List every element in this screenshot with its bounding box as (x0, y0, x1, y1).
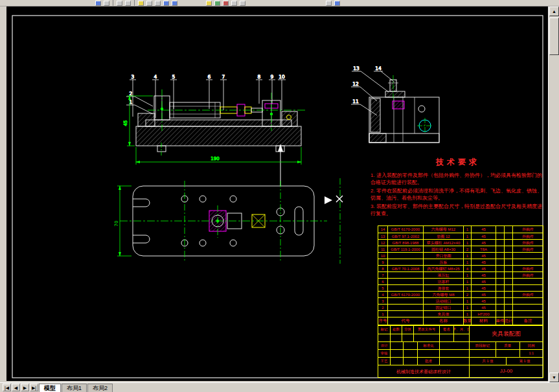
bom-cell-name: 开口垫圈 (423, 253, 463, 259)
help-icon[interactable] (334, 1, 340, 6)
open-icon[interactable] (104, 1, 109, 6)
tech-requirements-title: 技术要求 (371, 157, 545, 168)
title-block-row: 共 1 张 第 1 张 (470, 357, 543, 365)
bom-cell-no: 13 (378, 233, 387, 239)
tb-process-label: 工艺 (378, 358, 390, 365)
bom-header-total-weight: 总计 (504, 317, 512, 325)
tab-layout2[interactable]: 布局2 (87, 384, 113, 392)
tb-std-label: 标准化 (417, 342, 439, 349)
bom-cell-no: 6 (378, 279, 387, 284)
zoom-previous-icon[interactable] (214, 1, 220, 6)
cut-icon[interactable] (138, 1, 144, 6)
bom-cell-no: 12 (378, 240, 387, 246)
tb-empty-cell (439, 342, 469, 349)
bom-cell-code: GB/T 6170-2000 (387, 292, 423, 297)
scroll-down-icon[interactable]: ▼ (549, 373, 559, 382)
bom-cell-name: 六角螺母 M12 (423, 226, 463, 233)
bom-cell-note (512, 305, 543, 310)
status-bar: |◀ ◀ ▶ ▶| 模型 布局1 布局2 (0, 382, 559, 392)
tb-count-label: 处数 (390, 326, 402, 334)
bom-table: 14 GB/T 6170-2000 六角螺母 M12 1 45 外购件 13 G… (378, 225, 543, 325)
bom-row: 13 GB/T 97.1-2002 垫圈 12 1 45 外购件 (378, 233, 543, 239)
bom-cell-code (387, 253, 423, 259)
bom-cell-qty: 1 (463, 240, 471, 246)
linetype-icon[interactable] (326, 1, 332, 6)
title-block: 标记 处数 分区 更改文件号 签名 年、月、日 设计 (378, 325, 543, 378)
bom-row: 2 固定钳口 1 45 (378, 304, 543, 310)
bom-cell-code (387, 272, 423, 278)
dim-plan-height: 70 (114, 221, 119, 227)
scroll-up-icon[interactable]: ▲ (549, 6, 559, 16)
tb-sheets: 共 1 张 (470, 358, 506, 365)
bom-cell-code (387, 298, 423, 304)
tb-empty-cell (470, 350, 496, 357)
undo-icon[interactable] (163, 1, 169, 6)
bom-cell-total-weight (504, 279, 512, 284)
tb-empty-cell (403, 358, 417, 365)
bom-cell-unit-weight (496, 292, 504, 297)
title-block-row: 标记 处数 分区 更改文件号 签名 年、月、日 (378, 326, 469, 334)
bom-cell-code: GB/T 70.1-2008 (387, 266, 423, 271)
bom-cell-code: GB/T 898-1988 (387, 240, 423, 246)
bom-cell-unit-weight (496, 266, 504, 271)
bom-cell-name: 夹具体 (423, 311, 463, 317)
bom-cell-note: 外购件 (512, 226, 543, 233)
tab-first-icon[interactable]: |◀ (3, 384, 11, 391)
bom-row: 7 液压缸 1 45 外购件 (378, 271, 543, 278)
layer-icon[interactable] (231, 1, 237, 6)
bom-header-code: 代号 (387, 317, 423, 325)
balloon-13: 13 (353, 65, 359, 71)
bom-row: 5 连接套 1 45 (378, 284, 543, 291)
bom-cell-material: 45 (471, 253, 496, 259)
copy-icon[interactable] (146, 1, 152, 6)
bom-cell-code (387, 305, 423, 310)
bom-cell-note (512, 311, 543, 317)
vertical-scrollbar[interactable]: ▲ ▼ (548, 6, 559, 382)
bom-cell-name: 液压缸 (423, 272, 463, 278)
tab-layout1[interactable]: 布局1 (62, 384, 87, 392)
balloon-4: 4 (154, 74, 157, 80)
new-icon[interactable] (95, 1, 101, 6)
bom-cell-material: 45 (471, 279, 496, 284)
title-block-left: 标记 处数 分区 更改文件号 签名 年、月、日 设计 (378, 326, 469, 377)
balloon-10: 10 (279, 74, 285, 80)
bom-row: 8 GB/T 70.1-2008 内六角螺钉 M8×25 4 45 外购件 (378, 265, 543, 271)
bom-cell-note: 外购件 (512, 292, 543, 297)
drawing-canvas[interactable]: 3 4 5 6 7 8 9 10 2 1 (6, 6, 548, 381)
balloon-3: 3 (131, 74, 135, 80)
bom-cell-total-weight (504, 305, 512, 310)
dim-front-width: 190 (211, 156, 219, 161)
bom-cell-note: 外购件 (512, 266, 543, 271)
bom-cell-total-weight (504, 266, 512, 271)
title-block-row: 审核 (378, 349, 469, 357)
scrollbar-thumb[interactable] (549, 17, 559, 55)
paste-icon[interactable] (155, 1, 161, 6)
bom-cell-material: 45 (471, 305, 496, 310)
tb-drawing-code: JJ-00 (470, 365, 543, 377)
tb-scale-label: 比例 (519, 342, 543, 349)
bom-cell-unit-weight (496, 272, 504, 278)
bom-cell-material: 45 (471, 272, 496, 278)
save-icon[interactable] (117, 1, 122, 6)
color-icon[interactable] (240, 1, 245, 6)
pan-icon[interactable] (223, 1, 229, 6)
section-arrow (325, 196, 332, 204)
tab-last-icon[interactable]: ▶| (30, 384, 38, 391)
tab-prev-icon[interactable]: ◀ (12, 384, 20, 391)
bom-header-name: 名称 (423, 317, 463, 325)
tab-model[interactable]: 模型 (39, 384, 61, 392)
bom-cell-qty: 1 (463, 253, 471, 259)
bom-cell-no: 7 (378, 272, 387, 278)
bom-row: 11 GB/T 119.1-2000 圆柱销 A8×30 2 T8A 外购件 (378, 246, 543, 252)
tb-sign-label: 签名 (439, 326, 453, 334)
tech-requirement-item: 2. 零件在装配前必须清理和清洗干净，不得有毛刺、飞边、氧化皮、锈蚀、切屑、油污… (371, 187, 545, 202)
bom-row: 10 开口垫圈 1 45 (378, 252, 543, 259)
bom-header-row: 序号 代号 名称 数量 材料 单件 总计 备注 (378, 317, 543, 325)
tab-next-icon[interactable]: ▶ (21, 384, 29, 391)
redo-icon[interactable] (172, 1, 177, 6)
print-icon[interactable] (125, 1, 131, 6)
balloon-14: 14 (375, 65, 382, 71)
tb-empty-cell (390, 350, 403, 357)
zoom-window-icon[interactable] (206, 1, 212, 6)
tb-sheet-no: 第 1 张 (506, 358, 543, 365)
